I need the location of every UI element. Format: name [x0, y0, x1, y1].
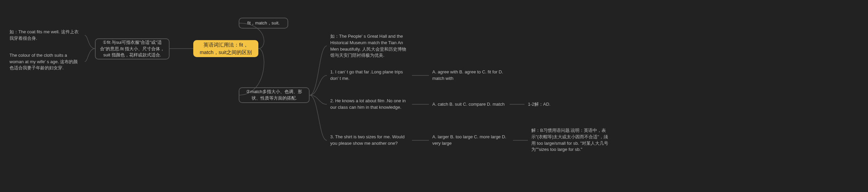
leaf-label: 1-2解：AD.	[528, 101, 550, 108]
leaf-label: 解：B习惯用语问题.说明：英语中，表示"(衣帽等)太大或太小因而不合适"，须用 …	[531, 127, 611, 153]
leaf-q1-options[interactable]: A. agree with B. agree to C. fit for D. …	[429, 69, 510, 82]
node-label: ①fit 与sui可指衣服"合适"或"适合"的意思.fit 指大小、尺寸合体，s…	[100, 39, 165, 59]
leaf-label: 2. He knows a lot about film .No one in …	[330, 98, 409, 111]
leaf-example-match[interactable]: 如：The People' s Great Hall and the Histo…	[327, 33, 412, 59]
leaf-label: The colour of the cloth suits a woman at…	[9, 52, 82, 72]
leaf-answer-3[interactable]: 解：B习惯用语问题.说明：英语中，表示"(衣帽等)太大或太小因而不合适"，须用 …	[528, 127, 615, 153]
node-label: fit，match，suit.	[247, 20, 279, 27]
leaf-q3-options[interactable]: A. larger B. too large C. more large D. …	[429, 134, 513, 147]
leaf-label: 1. I can' t go that far .Long plane trip…	[330, 69, 409, 82]
leaf-example-coat[interactable]: 如：The coat fits me well. 这件上衣我穿着很合身.	[6, 29, 85, 41]
leaf-answer-12[interactable]: 1-2解：AD.	[525, 100, 555, 108]
leaf-label: 如：The coat fits me well. 这件上衣我穿着很合身.	[9, 29, 82, 42]
leaf-question-1[interactable]: 1. I can' t go that far .Long plane trip…	[327, 69, 412, 82]
leaf-q2-options[interactable]: A. catch B. suit C. compare D. match	[429, 100, 510, 108]
root-label: 英语词汇用法：fit，match，suit之间的区别	[198, 41, 254, 56]
leaf-label: A. agree with B. agree to C. fit for D. …	[432, 69, 506, 82]
leaf-label: A. larger B. too large C. more large D. …	[432, 134, 510, 147]
node-match-explain[interactable]: ②match多指大小、色调、形状、性质等方面的搭配.	[239, 87, 310, 103]
leaf-question-2[interactable]: 2. He knows a lot about film .No one in …	[327, 98, 412, 111]
node-fit-suit-explain[interactable]: ①fit 与sui可指衣服"合适"或"适合"的意思.fit 指大小、尺寸合体，s…	[95, 38, 170, 59]
leaf-label: A. catch B. suit C. compare D. match	[432, 101, 505, 108]
leaf-label: 3. The shirt is two sizes for me. Would …	[330, 134, 409, 147]
leaf-label: 如：The People' s Great Hall and the Histo…	[330, 33, 409, 59]
root-node[interactable]: 英语词汇用法：fit，match，suit之间的区别	[193, 40, 258, 57]
node-label: ②match多指大小、色调、形状、性质等方面的搭配.	[243, 89, 305, 102]
leaf-question-3[interactable]: 3. The shirt is two sizes for me. Would …	[327, 134, 412, 147]
leaf-example-colour[interactable]: The colour of the cloth suits a woman at…	[6, 53, 85, 70]
node-fit-match-suit[interactable]: fit，match，suit.	[239, 18, 288, 29]
